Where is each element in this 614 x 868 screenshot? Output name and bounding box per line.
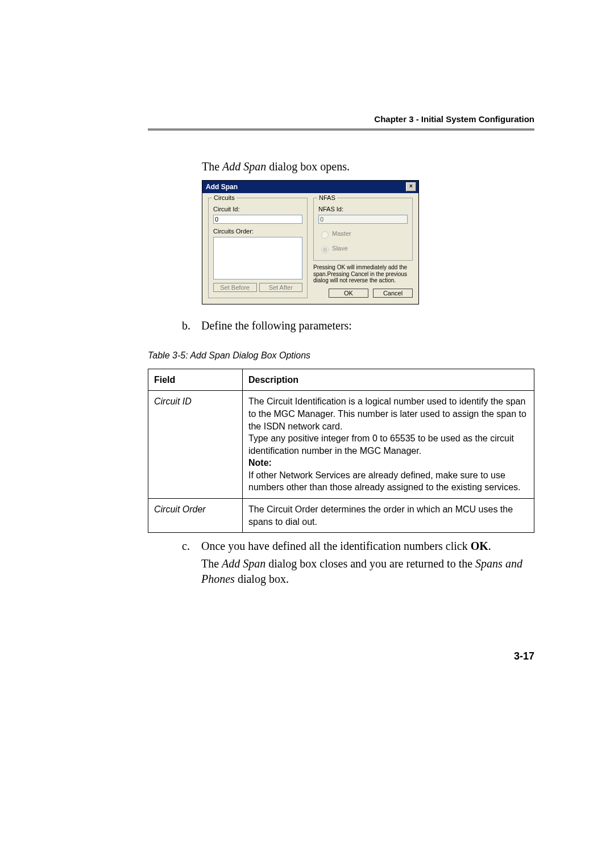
add-span-dialog: Add Span × Circuits Circuit Id: Circuits…: [202, 180, 419, 304]
table-caption: Table 3-5: Add Span Dialog Box Options: [148, 349, 534, 362]
step-c-line2-p2: dialog box closes and you are returned t…: [265, 557, 475, 570]
intro-prefix: The: [202, 160, 222, 173]
circuits-order-label: Circuits Order:: [213, 227, 302, 236]
header-rule: [148, 128, 534, 131]
circuit-id-note-label: Note:: [248, 457, 528, 469]
slave-radio-row: Slave: [318, 244, 408, 253]
nfas-legend: NFAS: [317, 194, 337, 202]
step-b-text: Define the following parameters:: [201, 318, 534, 333]
circuits-order-list[interactable]: [213, 237, 302, 279]
step-c-line2-p3: dialog box.: [235, 573, 289, 585]
slave-radio: [321, 246, 329, 253]
set-before-button[interactable]: Set Before: [213, 283, 257, 292]
master-radio: [321, 231, 329, 239]
step-c-line2-it1: Add Span: [222, 557, 265, 570]
dialog-titlebar: Add Span ×: [202, 181, 418, 193]
ok-button[interactable]: OK: [329, 289, 368, 298]
dialog-title: Add Span: [206, 182, 238, 191]
master-radio-row: Master: [318, 229, 408, 239]
field-circuit-id: Circuit ID: [148, 391, 243, 499]
cancel-button[interactable]: Cancel: [373, 289, 413, 298]
step-c-line1-prefix: Once you have defined all the identifica…: [201, 540, 471, 552]
desc-circuit-order: The Circuit Order determines the order i…: [243, 499, 534, 533]
step-c-line1-suffix: .: [488, 540, 491, 552]
step-c-text: Once you have defined all the identifica…: [201, 539, 534, 587]
page-number: 3-17: [148, 649, 534, 663]
circuit-id-p2: Type any positive integer from 0 to 6553…: [248, 432, 528, 457]
table-row: Circuit ID The Circuit Identification is…: [148, 391, 534, 499]
master-label: Master: [332, 230, 351, 237]
step-c-marker: c.: [182, 539, 192, 587]
step-b-marker: b.: [182, 318, 192, 333]
circuits-groupbox: Circuits Circuit Id: Circuits Order: Set…: [208, 198, 308, 298]
dialog-warning: Pressing OK will immediately add the spa…: [313, 264, 413, 284]
table-row: Circuit Order The Circuit Order determin…: [148, 499, 534, 533]
circuit-id-note: If other Network Services are already de…: [248, 469, 528, 494]
circuit-id-input[interactable]: [213, 215, 302, 224]
circuits-legend: Circuits: [212, 194, 237, 202]
field-circuit-order: Circuit Order: [148, 499, 243, 533]
nfas-id-label: NFAS Id:: [318, 205, 408, 214]
intro-italic: Add Span: [222, 160, 266, 173]
table-header-row: Field Description: [148, 369, 534, 391]
intro-text: The Add Span dialog box opens.: [202, 159, 534, 174]
slave-label: Slave: [332, 245, 348, 252]
intro-suffix: dialog box opens.: [266, 160, 350, 173]
circuit-id-label: Circuit Id:: [213, 205, 302, 214]
options-table: Field Description Circuit ID The Circuit…: [148, 369, 534, 533]
th-field: Field: [148, 369, 243, 391]
th-description: Description: [243, 369, 534, 391]
desc-circuit-id: The Circuit Identification is a logical …: [243, 391, 534, 499]
circuit-id-p1: The Circuit Identification is a logical …: [248, 395, 528, 432]
nfas-groupbox: NFAS NFAS Id: Master Slave: [313, 198, 413, 261]
step-c-line1-bold: OK: [471, 540, 488, 552]
nfas-id-input: [318, 215, 408, 224]
close-icon[interactable]: ×: [406, 182, 416, 191]
step-c-line2-p1: The: [201, 557, 222, 570]
set-after-button[interactable]: Set After: [259, 283, 303, 292]
chapter-header: Chapter 3 - Initial System Configuration: [148, 114, 534, 125]
